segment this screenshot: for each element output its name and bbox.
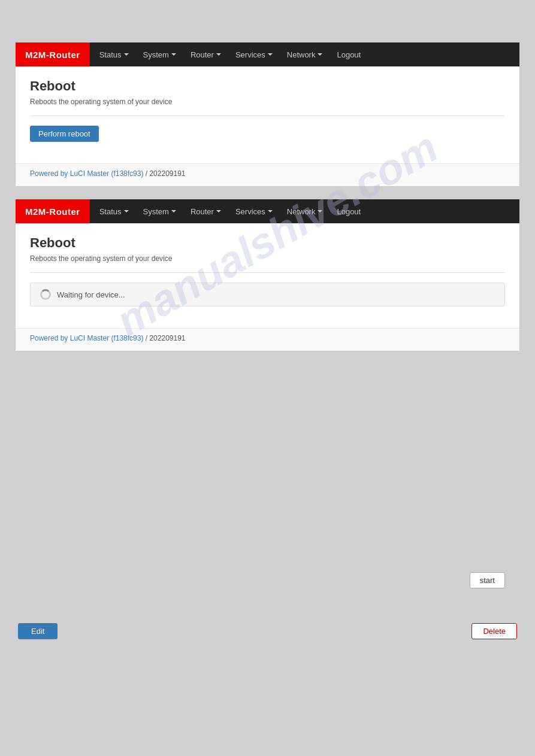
panel2-footer: Powered by LuCI Master (f138fc93) / 2022…	[16, 328, 519, 351]
chevron-down-icon	[268, 210, 273, 212]
chevron-down-icon	[171, 53, 176, 56]
nav-2: Status System Router Services Network	[92, 199, 368, 223]
delete-button[interactable]: Delete	[471, 623, 517, 639]
nav-services-2[interactable]: Services	[228, 199, 280, 223]
panel-reboot-waiting: M2M-Router Status System Router Services	[15, 199, 520, 351]
perform-reboot-button[interactable]: Perform reboot	[30, 126, 99, 142]
nav-1: Status System Router Services Network	[92, 42, 368, 66]
nav-services-1[interactable]: Services	[228, 42, 280, 66]
nav-router-2[interactable]: Router	[183, 199, 228, 223]
navbar-1: M2M-Router Status System Router Services	[16, 42, 519, 66]
nav-status-2[interactable]: Status	[92, 199, 136, 223]
navbar-2: M2M-Router Status System Router Services	[16, 199, 519, 223]
start-button[interactable]: start	[470, 572, 505, 588]
nav-system-1[interactable]: System	[136, 42, 183, 66]
nav-network-2[interactable]: Network	[280, 199, 330, 223]
edit-button[interactable]: Edit	[18, 623, 58, 639]
start-button-area: start	[470, 572, 505, 588]
panel1-footer: Powered by LuCI Master (f138fc93) / 2022…	[16, 163, 519, 186]
footer-version-2: / 202209191	[143, 334, 185, 342]
chevron-down-icon	[124, 53, 129, 56]
page-subtitle-2: Reboots the operating system of your dev…	[30, 254, 505, 263]
chevron-down-icon	[318, 53, 322, 56]
chevron-down-icon	[268, 53, 273, 56]
nav-logout-2[interactable]: Logout	[330, 199, 368, 223]
footer-version-1: / 202209191	[143, 169, 185, 178]
nav-router-1[interactable]: Router	[183, 42, 228, 66]
luci-link-2[interactable]: Powered by LuCI Master (f138fc93)	[30, 334, 143, 342]
nav-status-1[interactable]: Status	[92, 42, 136, 66]
page-subtitle-1: Reboots the operating system of your dev…	[30, 98, 505, 106]
waiting-box: Waiting for device...	[30, 283, 505, 306]
nav-network-1[interactable]: Network	[280, 42, 330, 66]
nav-logout-1[interactable]: Logout	[330, 42, 368, 66]
page-title-1: Reboot	[30, 78, 505, 94]
luci-link-1[interactable]: Powered by LuCI Master (f138fc93)	[30, 169, 143, 178]
brand-logo-1[interactable]: M2M-Router	[16, 42, 90, 66]
chevron-down-icon	[216, 53, 221, 56]
nav-system-2[interactable]: System	[136, 199, 183, 223]
chevron-down-icon	[216, 210, 221, 212]
chevron-down-icon	[124, 210, 129, 212]
chevron-down-icon	[171, 210, 176, 212]
panel-reboot-before: M2M-Router Status System Router Services	[15, 42, 520, 187]
panel2-content: Reboot Reboots the operating system of y…	[16, 223, 519, 328]
waiting-text: Waiting for device...	[57, 290, 125, 299]
panel1-content: Reboot Reboots the operating system of y…	[16, 66, 519, 163]
chevron-down-icon	[318, 210, 322, 212]
loading-spinner-icon	[40, 289, 51, 300]
brand-logo-2[interactable]: M2M-Router	[16, 199, 90, 223]
page-title-2: Reboot	[30, 235, 505, 251]
separator-1	[30, 116, 505, 116]
edit-delete-area: Edit Delete	[0, 623, 535, 639]
page-wrapper: manualshive.com M2M-Router Status System…	[0, 0, 535, 756]
separator-2	[30, 272, 505, 273]
